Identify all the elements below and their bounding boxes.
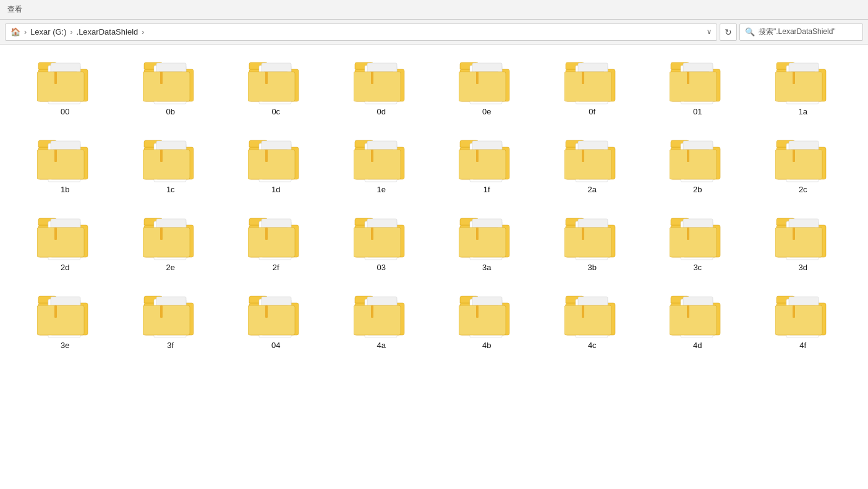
folder-label: 3d (799, 263, 807, 272)
search-icon: 🔍 (745, 27, 755, 36)
folder-item-3d[interactable]: 3d (751, 210, 856, 276)
folder-item-0b[interactable]: 0b (118, 54, 224, 120)
folder-item-4a[interactable]: 4a (329, 288, 435, 354)
folder-item-4b[interactable]: 4b (434, 288, 540, 354)
svg-rect-39 (476, 72, 479, 84)
folder-item-2f[interactable]: 2f (223, 210, 329, 276)
folder-item-4f[interactable]: 4f (751, 288, 856, 354)
folder-icon (354, 58, 409, 104)
folder-item-04[interactable]: 04 (223, 288, 329, 354)
svg-rect-247 (687, 305, 689, 318)
svg-rect-70 (37, 150, 84, 179)
folder-label: 4a (377, 341, 386, 350)
folder-item-3e[interactable]: 3e (12, 288, 118, 354)
folder-label: 01 (693, 107, 702, 116)
search-box[interactable]: 🔍 搜索".LexarDataShield" (739, 23, 863, 41)
folder-item-1a[interactable]: 1a (751, 54, 856, 120)
breadcrumb-sep-3: › (142, 28, 144, 36)
svg-rect-230 (459, 305, 506, 335)
folder-item-03[interactable]: 03 (329, 210, 435, 276)
breadcrumb-dropdown[interactable]: ∨ (707, 28, 712, 36)
folder-label: 3f (167, 341, 174, 350)
folder-label: 2f (273, 263, 279, 272)
folder-label: 0f (589, 107, 595, 116)
folder-item-3a[interactable]: 3a (434, 210, 540, 276)
folder-item-0f[interactable]: 0f (540, 54, 645, 120)
svg-rect-22 (248, 72, 295, 101)
svg-rect-167 (476, 227, 479, 240)
folder-item-3c[interactable]: 3c (645, 210, 751, 276)
folder-item-4c[interactable]: 4c (540, 288, 645, 354)
folder-icon (564, 214, 620, 260)
folder-item-2a[interactable]: 2a (540, 132, 645, 198)
svg-rect-166 (459, 227, 506, 257)
folder-item-01[interactable]: 01 (645, 54, 751, 120)
svg-rect-231 (476, 305, 479, 318)
folder-item-00[interactable]: 00 (12, 54, 118, 120)
folder-icon (670, 136, 725, 182)
folder-icon (37, 58, 93, 104)
svg-rect-207 (160, 305, 163, 318)
folder-item-3b[interactable]: 3b (540, 210, 645, 276)
breadcrumb-sep-2: › (70, 28, 73, 36)
svg-rect-127 (793, 150, 795, 162)
svg-rect-46 (564, 72, 611, 101)
folder-item-2e[interactable]: 2e (118, 210, 224, 276)
folder-item-4d[interactable]: 4d (645, 288, 751, 354)
svg-rect-255 (793, 305, 795, 318)
svg-rect-71 (54, 150, 57, 162)
folder-label: 2e (166, 263, 175, 272)
svg-rect-30 (354, 72, 401, 101)
folder-icon (354, 136, 409, 182)
svg-rect-238 (564, 305, 611, 335)
folder-icon (775, 136, 831, 182)
svg-rect-79 (160, 150, 163, 162)
folder-icon (248, 292, 304, 338)
svg-rect-215 (265, 305, 268, 318)
folder-item-1b[interactable]: 1b (12, 132, 118, 198)
svg-rect-23 (265, 72, 268, 84)
svg-rect-191 (793, 227, 795, 240)
folder-label: 1e (377, 185, 386, 194)
folder-label: 2c (799, 185, 807, 194)
search-placeholder-text: 搜索".LexarDataShield" (759, 27, 836, 37)
svg-rect-86 (248, 150, 295, 179)
top-bar-label: 查看 (7, 4, 22, 15)
refresh-button[interactable]: ↻ (720, 23, 737, 41)
folder-icon (354, 214, 409, 260)
folder-icon (459, 58, 514, 104)
folder-icon (775, 58, 831, 104)
folder-item-1c[interactable]: 1c (118, 132, 224, 198)
svg-rect-199 (54, 305, 57, 318)
folder-label: 0b (166, 107, 175, 116)
svg-rect-158 (354, 227, 401, 257)
folder-item-3f[interactable]: 3f (118, 288, 224, 354)
svg-rect-111 (582, 150, 584, 162)
folder-icon (564, 58, 620, 104)
folder-item-2d[interactable]: 2d (12, 210, 118, 276)
svg-rect-206 (143, 305, 190, 335)
folder-item-1d[interactable]: 1d (223, 132, 329, 198)
folder-label: 2a (588, 185, 597, 194)
refresh-icon: ↻ (725, 27, 732, 37)
svg-rect-55 (687, 72, 689, 84)
folder-item-0d[interactable]: 0d (329, 54, 435, 120)
folder-icon (564, 292, 620, 338)
folder-icon (248, 136, 304, 182)
folder-label: 1a (799, 107, 807, 116)
folder-item-1f[interactable]: 1f (434, 132, 540, 198)
folder-label: 4c (588, 341, 597, 350)
folder-item-1e[interactable]: 1e (329, 132, 435, 198)
svg-rect-94 (354, 150, 401, 179)
svg-rect-222 (354, 305, 401, 335)
folder-item-0e[interactable]: 0e (434, 54, 540, 120)
folder-item-0c[interactable]: 0c (223, 54, 329, 120)
svg-rect-223 (371, 305, 373, 318)
svg-rect-119 (687, 150, 689, 162)
folder-item-2b[interactable]: 2b (645, 132, 751, 198)
svg-rect-110 (564, 150, 611, 179)
svg-rect-63 (793, 72, 795, 84)
breadcrumb[interactable]: 🏠 › Lexar (G:) › .LexarDataShield › ∨ (5, 23, 717, 41)
folder-item-2c[interactable]: 2c (751, 132, 856, 198)
folder-icon (775, 214, 831, 260)
